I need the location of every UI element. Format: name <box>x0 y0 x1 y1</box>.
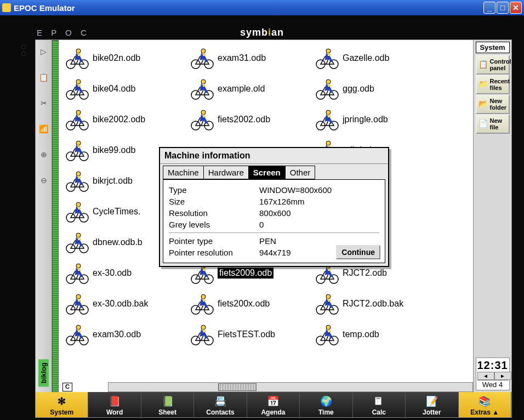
info-label: Pointer type <box>169 236 259 246</box>
file-label: ggg.odb <box>343 84 374 94</box>
file-label: bike2002.odb <box>93 115 145 124</box>
symbian-logo: symbian <box>240 27 284 38</box>
file-item[interactable]: exam31.odb <box>189 43 314 73</box>
file-label: bikrjct.odb <box>93 176 133 186</box>
file-item[interactable]: fiets200x.odb <box>189 288 314 319</box>
clock-prev-icon[interactable]: ◄ <box>477 372 494 380</box>
file-item[interactable]: ex-30.odb.bak <box>64 288 189 319</box>
svg-point-62 <box>76 294 81 299</box>
info-value: 800x600 <box>259 208 291 218</box>
taskbar-word-button[interactable]: 📕Word <box>88 392 141 417</box>
window-titlebar: EPOC Emulator _ □ ✕ <box>0 0 524 15</box>
file-item[interactable]: example.old <box>189 73 314 104</box>
taskbar-extras-button[interactable]: 📚Extras ▲ <box>459 392 511 417</box>
zoom-out-icon[interactable]: ⊖ <box>38 172 50 189</box>
file-label: fiets200x.odb <box>218 299 270 309</box>
tab-other[interactable]: Other <box>285 166 316 179</box>
sidebar-control-panel-button[interactable]: 📋Control panel <box>476 55 510 75</box>
file-label: jpringle.odb <box>343 115 388 124</box>
file-item[interactable]: bike02n.odb <box>64 43 189 73</box>
ir-icon[interactable]: 📶 <box>38 120 50 138</box>
file-item[interactable]: Gazelle.odb <box>314 43 439 73</box>
continue-button[interactable]: Continue <box>336 245 380 259</box>
svg-point-5 <box>201 49 206 53</box>
svg-point-53 <box>76 264 81 268</box>
cyclist-icon <box>314 323 340 346</box>
taskbar-label: Jotter <box>423 408 441 416</box>
taskbar-agenda-button[interactable]: 📅Agenda <box>247 392 300 417</box>
cyclist-icon <box>64 231 90 254</box>
emulator-screen: ▷ 📋 ✂ 📶 ⊕ ⊖ biklog bike02n.odb exam31.od… <box>35 39 512 418</box>
svg-point-8 <box>326 49 331 53</box>
vertical-scroll-stripe[interactable] <box>52 40 59 392</box>
sidebar-recent-files-button[interactable]: 📁Recent files <box>476 75 510 94</box>
file-label: ex-30.odb.bak <box>93 299 148 309</box>
sidebar-header: System <box>476 42 510 53</box>
cyclist-icon <box>64 169 90 192</box>
sidebar-new-folder-button[interactable]: 📂New folder <box>476 94 510 114</box>
cyclist-icon <box>314 47 340 70</box>
clock-next-icon[interactable]: ► <box>494 372 511 380</box>
cyclist-icon <box>314 108 340 131</box>
svg-point-29 <box>76 141 81 145</box>
file-item[interactable]: temp.odb <box>314 319 439 350</box>
nav-arrow-icon[interactable]: ▷ <box>38 43 50 60</box>
file-item[interactable]: bike04.odb <box>64 73 189 104</box>
taskbar: ✻System📕Word📗Sheet📇Contacts📅Agenda🌍Time🖩… <box>36 392 511 417</box>
taskbar-system-button[interactable]: ✻System <box>36 392 88 417</box>
taskbar-contacts-button[interactable]: 📇Contacts <box>194 392 247 417</box>
file-label: fiets2002.odb <box>218 115 270 124</box>
tab-screen[interactable]: Screen <box>248 166 286 179</box>
cyclist-icon <box>189 292 215 315</box>
button-icon: 📁 <box>478 78 489 91</box>
file-item[interactable]: fiets2002.odb <box>189 104 314 135</box>
clipboard-icon[interactable]: 📋 <box>38 69 50 86</box>
taskbar-sheet-button[interactable]: 📗Sheet <box>141 392 194 417</box>
cyclist-icon <box>64 200 90 223</box>
maximize-button[interactable]: □ <box>497 2 509 14</box>
taskbar-label: Agenda <box>261 408 285 416</box>
svg-point-17 <box>326 80 331 84</box>
taskbar-jotter-button[interactable]: 📝Jotter <box>406 392 458 417</box>
cyclist-icon <box>64 108 90 131</box>
taskbar-time-button[interactable]: 🌍Time <box>300 392 352 417</box>
cyclist-icon <box>64 139 90 162</box>
file-item[interactable]: ggg.odb <box>314 73 439 104</box>
file-item[interactable]: RJCT2.odb.bak <box>314 288 439 319</box>
drive-c-badge[interactable]: C <box>62 383 72 391</box>
tab-machine[interactable]: Machine <box>163 166 204 179</box>
close-button[interactable]: ✕ <box>510 2 522 14</box>
svg-point-35 <box>76 172 81 176</box>
info-label: Type <box>169 185 259 195</box>
file-label: CycleTimes. <box>93 207 140 217</box>
info-value: PEN <box>259 236 276 246</box>
file-item[interactable]: bike2002.odb <box>64 104 189 135</box>
file-label: fiets2009.odb <box>218 268 274 279</box>
svg-point-74 <box>201 325 206 330</box>
file-item[interactable]: exam30.odb <box>64 319 189 350</box>
taskbar-icon: 📕 <box>109 394 121 408</box>
zoom-in-icon[interactable]: ⊕ <box>38 146 50 163</box>
taskbar-label: Word <box>106 408 123 416</box>
file-item[interactable]: jpringle.odb <box>314 104 439 135</box>
clock-widget[interactable]: 12:31 ◄ ► Wed 4 <box>476 357 510 390</box>
taskbar-icon: 📗 <box>162 394 174 408</box>
cyclist-icon <box>64 292 90 315</box>
file-label: RJCT2.odb.bak <box>343 299 403 309</box>
sidebar-new-file-button[interactable]: 📄New file <box>476 114 510 134</box>
horizontal-scrollbar[interactable] <box>108 382 473 392</box>
scissors-icon[interactable]: ✂ <box>38 94 50 112</box>
button-label: Control panel <box>490 58 511 71</box>
info-row: Size167x126mm <box>169 196 379 207</box>
tab-hardware[interactable]: Hardware <box>203 166 249 179</box>
epoc-brand-label: E P O C <box>37 28 90 37</box>
cyclist-icon <box>189 323 215 346</box>
info-label: Resolution <box>169 208 259 218</box>
minimize-button[interactable]: _ <box>483 2 495 14</box>
taskbar-label: System <box>50 408 73 416</box>
button-label: Recent files <box>490 78 510 91</box>
taskbar-calc-button[interactable]: 🖩Calc <box>353 392 406 417</box>
info-value: 167x126mm <box>259 197 305 206</box>
scrollbar-thumb[interactable] <box>218 383 257 391</box>
file-item[interactable]: FietsTEST.odb <box>189 319 314 350</box>
